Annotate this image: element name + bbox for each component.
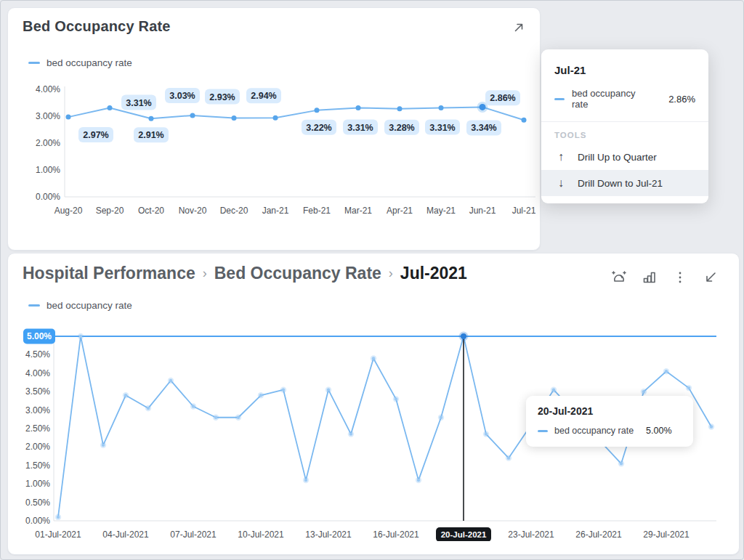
data-point bbox=[190, 113, 195, 118]
data-point bbox=[417, 479, 420, 482]
svg-text:2.86%: 2.86% bbox=[490, 93, 515, 103]
y-axis-tick: 4.00% bbox=[36, 84, 60, 94]
breadcrumb-item-dashboard[interactable]: Hospital Performance bbox=[23, 264, 195, 283]
data-point bbox=[439, 105, 444, 110]
data-point bbox=[169, 379, 172, 382]
data-point bbox=[273, 115, 278, 121]
menu-item-label: Drill Down to Jul-21 bbox=[578, 178, 663, 189]
series-legend[interactable]: bed occupancy rate bbox=[28, 300, 132, 311]
series-legend[interactable]: bed occupancy rate bbox=[28, 57, 132, 68]
x-axis-tick: Oct-20 bbox=[138, 206, 164, 216]
tooltip-title: 20-Jul-2021 bbox=[538, 405, 682, 417]
tooltip-series-label: bed occupancy rate bbox=[572, 88, 654, 110]
data-point bbox=[304, 479, 307, 482]
chevron-right-icon: › bbox=[203, 266, 207, 281]
x-axis-tick: Sep-20 bbox=[96, 206, 124, 216]
ai-insights-icon[interactable] bbox=[610, 268, 628, 287]
y-axis-tick: 2.00% bbox=[25, 442, 50, 452]
y-axis-tick: 0.00% bbox=[25, 516, 50, 526]
expand-icon[interactable] bbox=[509, 18, 528, 37]
data-point bbox=[124, 394, 127, 397]
data-point bbox=[397, 106, 403, 111]
data-point bbox=[620, 462, 623, 465]
x-axis-tick: 10-Jul-2021 bbox=[238, 529, 284, 540]
tooltip-series-label: bed occupancy rate bbox=[554, 426, 634, 436]
y-axis-tick: 4.50% bbox=[25, 349, 50, 360]
widget-header: Hospital Performance › Bed Occupancy Rat… bbox=[8, 253, 739, 287]
data-point bbox=[440, 416, 442, 419]
x-axis-tick: 13-Jul-2021 bbox=[305, 529, 352, 540]
y-axis-tick: 2.00% bbox=[36, 138, 60, 148]
menu-item-drill-up[interactable]: ↑ Drill Up to Quarter bbox=[541, 144, 708, 170]
svg-text:2.97%: 2.97% bbox=[83, 130, 108, 140]
widget-toolbar bbox=[610, 268, 720, 287]
y-axis-tick: 2.50% bbox=[25, 423, 50, 434]
chart-tooltip: 20-Jul-2021 bed occupancy rate 5.00% bbox=[526, 396, 693, 447]
data-point bbox=[149, 116, 154, 121]
y-axis-tick: 0.00% bbox=[36, 192, 60, 202]
data-point bbox=[232, 115, 237, 121]
legend-dash-icon bbox=[28, 62, 40, 65]
x-axis-tick: 01-Jul-2021 bbox=[35, 529, 81, 540]
x-axis-tick: Nov-20 bbox=[179, 206, 207, 216]
bar-chart-icon[interactable] bbox=[640, 268, 659, 287]
tooltip-series-row: bed occupancy rate 5.00% bbox=[538, 426, 682, 436]
selected-data-point bbox=[461, 333, 466, 339]
y-axis-tick: 3.50% bbox=[25, 386, 50, 397]
data-point bbox=[372, 357, 375, 360]
x-axis-tick: Jan-21 bbox=[262, 206, 289, 216]
tooltip-series-value: 2.86% bbox=[668, 94, 695, 105]
x-axis-tick: 29-Jul-2021 bbox=[643, 529, 690, 540]
data-point bbox=[66, 115, 71, 120]
data-point bbox=[665, 370, 668, 373]
data-point bbox=[147, 407, 150, 410]
svg-text:3.31%: 3.31% bbox=[347, 123, 373, 133]
x-axis-tick: 07-Jul-2021 bbox=[170, 529, 217, 540]
svg-text:3.03%: 3.03% bbox=[169, 91, 195, 101]
data-point bbox=[259, 394, 262, 397]
arrow-up-icon: ↑ bbox=[554, 150, 567, 163]
y-axis-tick: 4.00% bbox=[25, 368, 50, 378]
kebab-menu-icon[interactable] bbox=[671, 268, 690, 287]
legend-dash-icon bbox=[538, 430, 548, 432]
data-point bbox=[349, 432, 352, 435]
breadcrumb-item-metric[interactable]: Bed Occupancy Rate bbox=[214, 264, 381, 283]
svg-text:3.34%: 3.34% bbox=[471, 123, 496, 133]
data-point bbox=[192, 405, 195, 407]
legend-label: bed occupancy rate bbox=[46, 57, 132, 68]
legend-label: bed occupancy rate bbox=[46, 300, 132, 311]
data-point bbox=[315, 107, 320, 113]
data-point bbox=[485, 432, 488, 435]
y-axis-tick: 1.00% bbox=[25, 479, 50, 489]
svg-text:3.31%: 3.31% bbox=[126, 98, 151, 108]
x-axis-tick: Feb-21 bbox=[303, 206, 331, 216]
legend-dash-icon bbox=[28, 304, 40, 307]
svg-text:3.28%: 3.28% bbox=[389, 123, 414, 133]
data-point bbox=[214, 416, 217, 419]
y-axis-tick: 3.00% bbox=[25, 405, 50, 415]
legend-dash-icon bbox=[554, 98, 565, 100]
y-axis-tick: 3.00% bbox=[36, 111, 60, 121]
data-point bbox=[687, 386, 690, 389]
x-axis-tick: 04-Jul-2021 bbox=[102, 529, 149, 540]
x-axis-tick: Mar-21 bbox=[344, 206, 372, 216]
data-point bbox=[642, 390, 645, 393]
bed-occupancy-rate-widget: Bed Occupancy Rate bed occupancy rate 0.… bbox=[7, 7, 541, 251]
x-axis-tick: 16-Jul-2021 bbox=[373, 529, 419, 540]
data-point bbox=[356, 105, 361, 110]
breadcrumb-item-current: Jul-2021 bbox=[400, 264, 467, 283]
data-point bbox=[57, 516, 60, 519]
x-axis-tick: Jun-21 bbox=[469, 206, 496, 216]
y-axis-tick: 0.50% bbox=[25, 498, 50, 508]
monthly-line-chart[interactable]: 0.00%1.00%2.00%3.00%4.00%Aug-20Sep-20Oct… bbox=[28, 81, 537, 220]
collapse-icon[interactable] bbox=[701, 268, 720, 287]
arrow-down-icon: ↓ bbox=[554, 176, 567, 190]
svg-text:3.31%: 3.31% bbox=[429, 123, 455, 133]
data-point bbox=[108, 105, 113, 110]
x-axis-tick: May-21 bbox=[426, 206, 456, 216]
menu-item-drill-down[interactable]: ↓ Drill Down to Jul-21 bbox=[541, 170, 708, 196]
tooltip-series-value: 5.00% bbox=[646, 426, 671, 436]
data-point bbox=[282, 388, 285, 391]
svg-text:3.22%: 3.22% bbox=[306, 123, 331, 133]
breadcrumb: Hospital Performance › Bed Occupancy Rat… bbox=[23, 264, 467, 283]
